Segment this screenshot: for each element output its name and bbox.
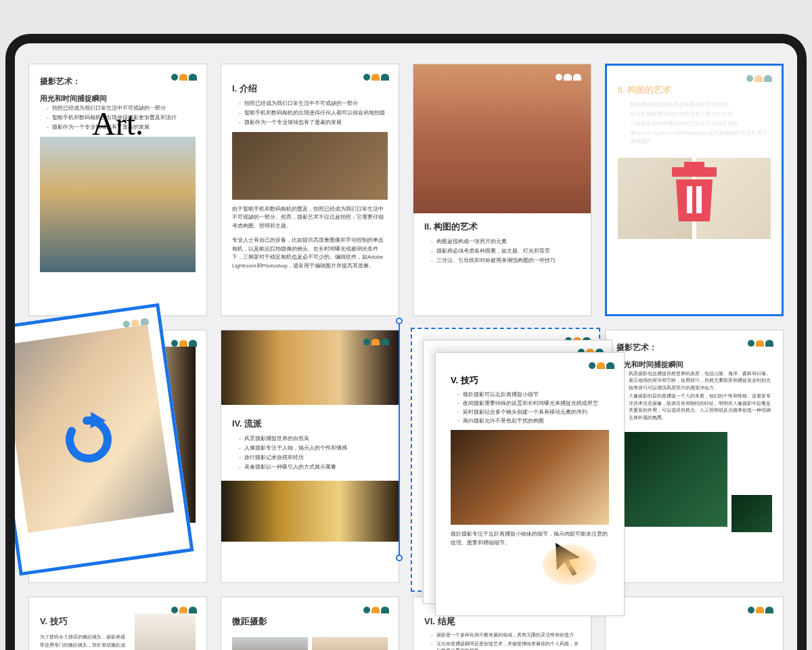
content-image-cup <box>135 613 196 650</box>
page-thumbnail-3[interactable]: II. 构图的艺术 构图是指构成一张照片的元素 摄影师必须考虑各种因素，如主题、… <box>413 64 591 316</box>
brand-logo <box>746 75 772 82</box>
section-heading: II. 构图的艺术 <box>424 220 580 234</box>
cursor-pointer <box>549 538 590 578</box>
content-image <box>232 637 308 650</box>
content-image-fern <box>616 432 727 527</box>
brand-logo <box>363 339 389 345</box>
page-grid-row-3: V. 技巧 为了获得令人惊叹的微距镜头，摄影师通常使用专门的微距镜头，加长管或微… <box>28 597 784 650</box>
page-thumbnail-10[interactable]: 微距摄影 <box>221 597 399 650</box>
paragraph: 为了获得令人惊叹的微距镜头，摄影师通常使用专门的微距镜头，加长管或微距滤镜来到所… <box>40 633 129 650</box>
section-heading: II. 构图的艺术 <box>618 83 771 97</box>
svg-rect-0 <box>684 162 704 167</box>
stack-front-page: V. 技巧 微距摄影可以近距离捕捉小细节 夜间摄影需要特殊的设置和长时间曝光来捕… <box>435 352 625 616</box>
page-thumbnail-12[interactable] <box>605 597 784 650</box>
section-heading: VI. 结尾 <box>424 615 580 628</box>
page-subtitle: 用光和时间捕捉瞬间 <box>616 359 772 370</box>
bullet-list: 数码单反相机提供高质量图像和手动控制 镜头在捕捉图像的时候扮演意义重大的作用 三… <box>625 101 771 146</box>
brand-logo <box>556 74 581 81</box>
section-heading: 微距摄影 <box>232 615 388 628</box>
hero-image-van <box>40 137 196 272</box>
brand-logo <box>171 74 197 81</box>
paragraph: 由于智能手机和数码相机的普及，拍照已经成为我们日常生活中不可或缺的一部分。然而，… <box>232 205 388 231</box>
content-image <box>312 637 388 650</box>
brand-logo <box>748 607 773 613</box>
svg-rect-2 <box>687 186 692 213</box>
svg-rect-1 <box>672 167 717 177</box>
brand-logo <box>171 340 197 347</box>
page-thumbnail-6[interactable]: IV. 流派 风景摄影捕捉世界的自然美 人像摄影专注于人物，揭示人的个性和情感 … <box>221 330 399 582</box>
bullet-list: 拍照已经成为我们日常生活中不可或缺的一部分 智能手机和数码相机的出现使得任何人都… <box>239 100 388 127</box>
rotate-icon[interactable] <box>59 409 120 470</box>
bullet-list: 风景摄影包括捕捉自然世界的美景，包括山脉、海洋、森林和日落。需示地球的安详和宁静… <box>623 370 772 422</box>
tablet-frame: 摄影艺术： 用光和时间捕捉瞬间 拍照已经成为我们日常生活中不可或缺的一部分 智能… <box>5 34 807 650</box>
page-thumbnail-1[interactable]: 摄影艺术： 用光和时间捕捉瞬间 拍照已经成为我们日常生活中不可或缺的一部分 智能… <box>28 64 207 316</box>
page-insertion-marker <box>397 321 401 558</box>
section-heading: IV. 流派 <box>232 417 388 431</box>
overlay-art-text: Art. <box>92 100 143 148</box>
insertion-handle-top[interactable] <box>396 318 403 324</box>
trash-icon[interactable] <box>664 156 725 224</box>
bullet-list: 构图是指构成一张照片的元素 摄影师必须考虑各种因素，如主题、灯光和背景 三分法、… <box>431 238 580 265</box>
brand-logo <box>363 74 389 81</box>
brand-logo <box>171 607 197 613</box>
brand-logo <box>748 340 773 347</box>
brand-logo <box>363 607 389 613</box>
svg-rect-3 <box>696 186 702 213</box>
content-image-camera <box>232 132 388 200</box>
section-heading: I. 介绍 <box>232 82 388 95</box>
cursor-touch-glow <box>543 544 597 585</box>
brand-logo <box>589 362 614 369</box>
content-image-fern-small <box>731 495 772 532</box>
page-thumbnail-2[interactable]: I. 介绍 拍照已经成为我们日常生活中不可或缺的一部分 智能手机和数码相机的出现… <box>221 64 399 316</box>
hero-image-canyon <box>413 64 591 213</box>
page-thumbnail-8[interactable]: 摄影艺术： 用光和时间捕捉瞬间 风景摄影包括捕捉自然世界的美景，包括山脉、海洋、… <box>605 330 784 582</box>
bullet-list: 摄影是一个多样化和不断发展的领域，具有无限的灵活性和创造力 无论你是捕捉瞬间还是… <box>431 632 580 650</box>
brand-logo <box>122 318 149 328</box>
bullet-list: 微距摄影可以近距离捕捉小细节 夜间摄影需要特殊的设置和长时间曝光来捕捉光线或星空… <box>457 391 609 425</box>
section-heading: V. 技巧 <box>40 615 129 628</box>
page-thumbnail-4-selected-delete[interactable]: II. 构图的艺术 数码单反相机提供高质量图像和手动控制 镜头在捕捉图像的时候扮… <box>605 64 784 316</box>
bullet-list: 风景摄影捕捉世界的自然美 人像摄影专注于人物，揭示人的个性和情感 旅行摄影记录旅… <box>239 435 388 471</box>
content-image-blur <box>221 481 399 542</box>
section-heading: V. 技巧 <box>451 374 609 387</box>
content-image-room <box>451 430 609 525</box>
paragraph: 专业人士有自己的设备，比如提供高质量图像和手动控制的单反相机，以及能追踪拍摄像的… <box>232 236 388 271</box>
page-thumbnail-9[interactable]: V. 技巧 为了获得令人惊叹的微距镜头，摄影师通常使用专门的微距镜头，加长管或微… <box>28 597 207 650</box>
insertion-handle-bottom[interactable] <box>396 555 403 561</box>
